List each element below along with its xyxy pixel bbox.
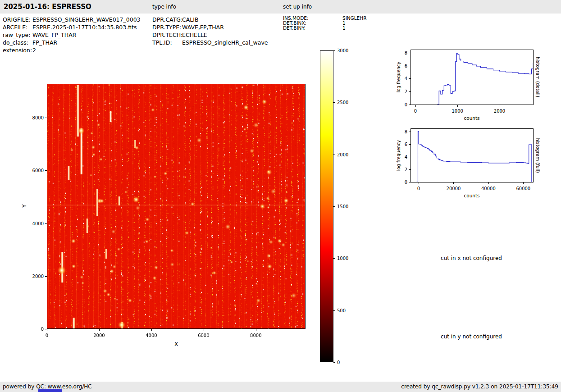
tick-mark [409,144,410,145]
tick-mark [256,329,256,331]
tick-label: 1000 [445,108,470,114]
tick-label: 0 [394,102,407,108]
meta-row-dprtech: DPR.TECH: ECHELLE [152,31,268,39]
page-title: 2025-01-16: ESPRESSO [4,0,91,14]
tick-label: 1500 [337,204,355,210]
tick-mark [523,182,524,184]
tick-label: 4 [394,76,407,82]
tick-label: 6 [394,141,407,147]
tick-label: 500 [337,308,355,314]
tick-label: 40000 [476,186,501,191]
meta-value: SINGLEHR [342,16,366,21]
meta-row-arcfile: ARCFILE: ESPRE.2025-01-17T10:34:35.803.f… [3,23,141,31]
tick-mark [453,182,454,184]
tick-label: 4000 [26,221,44,227]
meta-row-origfile: ORIGFILE: ESPRESSO_SINGLEHR_WAVE017_0003 [3,16,141,23]
tick-mark [333,102,335,103]
tick-label: 8000 [26,115,44,121]
tick-label: 0 [337,360,355,365]
meta-label: ORIGFILE: [3,16,32,23]
histogram-line [411,129,533,182]
meta-label: extension: [3,46,32,54]
tick-mark [99,329,100,331]
tick-label: 1000 [337,255,355,261]
meta-label: ARCFILE: [3,23,32,31]
main-image-ylabel: Y [21,204,27,207]
meta-row-extension: extension: 2 [3,46,141,54]
tick-label: 6000 [26,168,44,173]
tick-mark [333,50,335,51]
qc-report-page: 2025-01-16: ESPRESSO type info set-up in… [0,0,561,392]
histogram-line [411,50,533,105]
tick-mark [409,78,410,79]
tick-label: 4 [394,154,407,160]
tick-label: 0 [403,108,428,114]
tick-label: 8 [394,50,407,56]
meta-value: FP_THAR [32,39,57,46]
tick-mark [409,157,410,157]
tick-mark [151,329,152,331]
tick-mark [409,105,410,105]
tick-label: 4000 [141,333,161,338]
tick-label: 2 [394,89,407,95]
meta-label: DET.BINY: [283,26,342,31]
footer-qc-link[interactable]: www.eso.org/HC [48,383,92,390]
colorbar [320,50,333,362]
tick-mark [500,105,500,107]
meta-value: 2 [32,46,36,54]
tick-label: 0 [37,333,57,338]
tick-mark [333,258,335,259]
meta-value: ESPRESSO_singleHR_cal_wave [182,39,268,46]
meta-label: raw_type: [3,31,32,39]
tick-mark [333,310,335,311]
histogram-detail-xlabel: counts [454,115,490,121]
meta-label: TPL.ID: [152,39,182,46]
meta-value: 1 [342,26,346,31]
meta-row-rawtype: raw_type: WAVE_FP_THAR [3,31,141,39]
tick-mark [45,170,47,171]
tick-mark [415,105,416,107]
tick-mark [457,105,458,107]
tick-label: 0 [406,186,431,191]
meta-label: DPR.TYPE: [152,23,182,31]
tick-label: 2 [394,167,407,173]
meta-value: ECHELLE [182,31,207,39]
tick-label: 2000 [26,273,44,279]
tick-mark [409,132,410,132]
meta-value: ESPRE.2025-01-17T10:34:35.803.fits [32,23,137,31]
tick-label: 20000 [441,186,466,191]
tick-mark [45,329,47,329]
meta-row-dprcatg: DPR.CATG: CALIB [152,16,268,23]
tick-label: 6 [394,63,407,69]
meta-value: ESPRESSO_SINGLEHR_WAVE017_0003 [32,16,141,23]
tick-label: 3000 [337,48,355,54]
histogram-detail-title: histogram (detail) [534,46,540,109]
tick-label: 0 [394,179,407,185]
tick-label: 2000 [337,152,355,158]
tick-mark [47,329,47,331]
meta-label: DPR.TECH: [152,31,182,39]
cut-x-note: cut in x not configured [426,255,516,261]
meta-value: WAVE,FP,THAR [182,23,224,31]
tick-label: 2500 [337,100,355,105]
tick-label: 2000 [487,108,512,114]
meta-row-dprtype: DPR.TYPE: WAVE,FP,THAR [152,23,268,31]
setup-info-block: INS.MODE: SINGLEHR DET.BINX: 1 DET.BINY:… [283,16,366,31]
tick-mark [45,223,47,224]
tick-mark [333,155,335,155]
tick-mark [45,276,47,277]
tick-mark [409,91,410,92]
cut-y-note: cut in y not configured [426,333,516,340]
histogram-full-title: histogram (full) [534,124,540,187]
tick-label: 0 [26,326,44,332]
main-image-xlabel: X [167,341,185,347]
tick-mark [333,362,335,363]
tick-mark [409,169,410,170]
tick-mark [333,206,335,207]
tick-mark [488,182,489,184]
tick-label: 2000 [89,333,109,338]
meta-value: CALIB [182,16,199,23]
tick-label: 6000 [194,333,214,338]
meta-label: do_class: [3,39,32,46]
meta-row-doclass: do_class: FP_THAR [3,39,141,46]
